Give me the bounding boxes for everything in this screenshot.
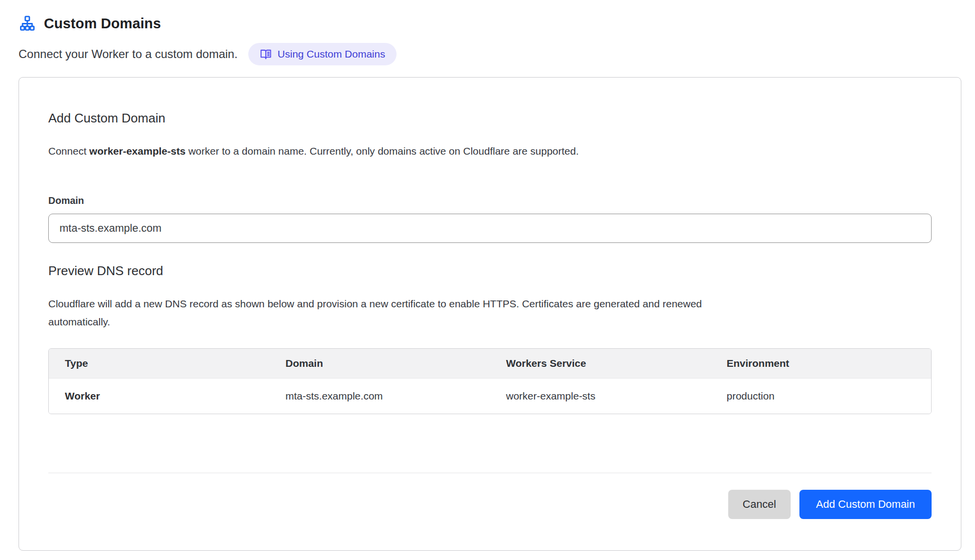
column-header-domain: Domain [269, 349, 490, 379]
preview-dns-description: Cloudflare will add a new DNS record as … [48, 295, 765, 331]
footer-divider [48, 473, 932, 473]
cell-type: Worker [49, 379, 269, 414]
page-subtitle: Connect your Worker to a custom domain. [19, 47, 238, 61]
page-title: Custom Domains [44, 16, 161, 32]
add-custom-domain-card: Add Custom Domain Connect worker-example… [19, 77, 961, 551]
column-header-workers-service: Workers Service [490, 349, 711, 379]
sitemap-icon [19, 15, 36, 32]
cell-workers-service: worker-example-sts [490, 379, 711, 414]
intro-suffix: worker to a domain name. Currently, only… [185, 145, 578, 157]
table-header-row: Type Domain Workers Service Environment [49, 349, 931, 379]
cell-environment: production [711, 379, 931, 414]
column-header-type: Type [49, 349, 269, 379]
table-row: Worker mta-sts.example.com worker-exampl… [49, 379, 931, 414]
preview-dns-heading: Preview DNS record [48, 263, 932, 279]
dns-preview-table: Type Domain Workers Service Environment … [48, 348, 932, 414]
worker-name: worker-example-sts [89, 145, 185, 157]
cell-domain: mta-sts.example.com [269, 379, 490, 414]
card-intro-text: Connect worker-example-sts worker to a d… [48, 145, 932, 157]
subtitle-row: Connect your Worker to a custom domain. … [19, 43, 961, 65]
add-custom-domain-button[interactable]: Add Custom Domain [799, 490, 932, 519]
card-actions: Cancel Add Custom Domain [48, 490, 932, 519]
column-header-environment: Environment [711, 349, 931, 379]
docs-link-label: Using Custom Domains [278, 48, 385, 60]
page-header: Custom Domains Connect your Worker to a … [19, 15, 961, 65]
cancel-button[interactable]: Cancel [728, 490, 791, 519]
domain-field-label: Domain [48, 195, 932, 206]
docs-link-badge[interactable]: Using Custom Domains [248, 43, 397, 65]
open-book-icon [259, 48, 272, 60]
title-row: Custom Domains [19, 15, 961, 32]
card-heading: Add Custom Domain [48, 111, 932, 126]
domain-input[interactable] [48, 214, 932, 243]
intro-prefix: Connect [48, 145, 89, 157]
